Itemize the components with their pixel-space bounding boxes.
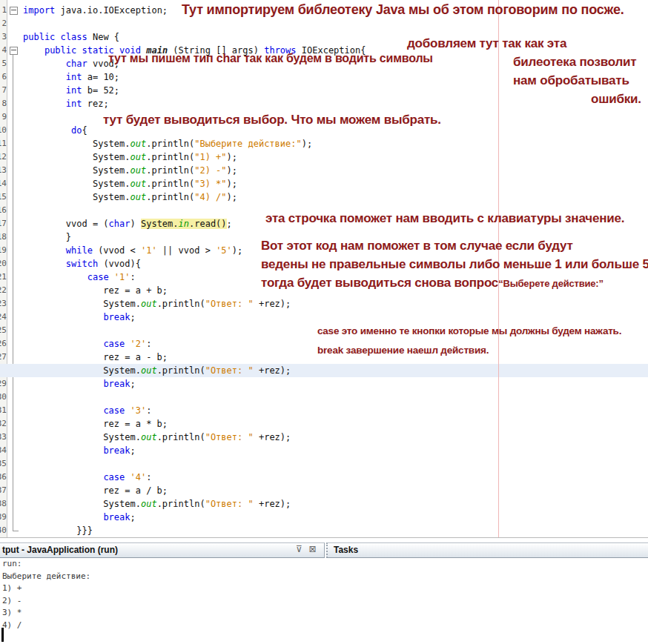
annotation-4: нам обробатывать xyxy=(513,73,629,88)
code-token: System. xyxy=(23,139,130,149)
code-token: int xyxy=(66,72,82,82)
code-token: (vvod < xyxy=(93,245,141,256)
tasks-tab-title: Tasks xyxy=(334,545,358,555)
code-line[interactable]: break; xyxy=(0,377,648,391)
code-line[interactable]: System.out.println("1) +"); xyxy=(0,150,648,164)
output-line: 3) * xyxy=(0,607,648,620)
output-line: Выберите действие: xyxy=(0,571,648,583)
window-dropdown-icon[interactable]: ⊽ xyxy=(294,544,305,555)
code-token xyxy=(109,272,114,282)
code-line[interactable]: break; xyxy=(0,311,648,324)
code-token: '3' xyxy=(130,405,147,416)
code-token: out xyxy=(141,299,157,309)
code-line[interactable] xyxy=(0,457,648,471)
code-line[interactable]: System.out.println("Ответ: " +rez); xyxy=(0,497,648,511)
tasks-tab-header[interactable]: Tasks xyxy=(326,542,648,558)
code-line[interactable]: }}} xyxy=(0,524,648,537)
code-token: int xyxy=(66,99,82,109)
code-token: System. xyxy=(141,219,179,229)
code-token xyxy=(55,32,60,42)
code-line[interactable]: System.out.println("2) -"); xyxy=(0,164,648,177)
code-token: "Ответ: " xyxy=(205,432,254,442)
code-token: ) xyxy=(130,219,141,229)
annotation-6: тут мы пишем тип char так как будем в во… xyxy=(108,52,433,65)
code-line[interactable]: System.out.println("Выберите действие:")… xyxy=(0,137,648,150)
code-token: .println( xyxy=(146,139,194,149)
output-panel: tput - JavaApplication (run) ⊽ ⊠ Tasks r… xyxy=(0,538,648,644)
code-line[interactable]: System.out.println("Ответ: " +rez); xyxy=(0,297,648,311)
code-token: "Ответ: " xyxy=(205,299,254,309)
code-token: '2' xyxy=(130,339,147,349)
code-line[interactable]: rez = a / b; xyxy=(0,484,648,497)
code-token: ); xyxy=(232,245,242,256)
code-line[interactable]: break; xyxy=(0,511,648,524)
code-token: .println( xyxy=(146,152,194,162)
code-token: public xyxy=(44,45,76,56)
code-token: rez = a * b; xyxy=(23,419,168,429)
code-line[interactable]: System.out.println("4) /"); xyxy=(0,190,648,204)
code-line[interactable]: System.out.println("3) *"); xyxy=(0,177,648,190)
code-token: ; xyxy=(130,512,136,522)
code-token: System. xyxy=(23,365,141,376)
code-token xyxy=(23,245,66,256)
code-line[interactable] xyxy=(0,17,648,30)
code-token xyxy=(23,472,103,482)
code-token: .println( xyxy=(157,499,205,509)
code-token: .println( xyxy=(146,165,194,176)
code-token: ; xyxy=(130,379,136,389)
code-token: "4) /" xyxy=(194,192,226,202)
annotation-7: тут будет выводиться выбор. Что мы можем… xyxy=(103,113,441,127)
code-token: { xyxy=(82,125,87,136)
code-line[interactable] xyxy=(0,391,648,404)
code-token: while xyxy=(66,245,93,256)
code-token xyxy=(125,405,130,416)
code-line[interactable]: int rez; xyxy=(0,97,648,110)
code-line[interactable]: System.out.println("Ответ: " +rez); xyxy=(0,431,648,444)
code-token: char xyxy=(66,59,87,69)
output-line: 2) - xyxy=(0,595,648,608)
code-token: class xyxy=(61,32,87,42)
code-token xyxy=(76,45,82,56)
code-line[interactable]: System.out.println("Ответ: " +rez); xyxy=(0,364,648,377)
code-token: .println( xyxy=(157,299,205,309)
code-token: switch xyxy=(66,259,98,269)
code-token: out xyxy=(130,179,147,189)
code-token: case xyxy=(103,472,125,482)
code-token: .println( xyxy=(146,179,194,189)
annotation-1: Тут импортируем библеотеку Java мы об эт… xyxy=(182,2,624,18)
code-token: .println( xyxy=(146,192,194,202)
code-token xyxy=(23,59,66,69)
code-token: ; xyxy=(130,312,136,322)
code-token: '1' xyxy=(141,245,157,256)
code-token: "1) +" xyxy=(194,152,226,162)
output-line: 4) / xyxy=(0,620,648,632)
annotation-9: Вот этот код нам поможет в том случае ес… xyxy=(261,236,648,293)
annotation-8: эта строчка поможет нам вводить с клавиа… xyxy=(265,211,624,226)
code-token: .println( xyxy=(157,432,205,442)
code-token: : xyxy=(146,405,151,416)
code-token: out xyxy=(141,499,157,509)
annotation-10: case это именно те кнопки которые мы дол… xyxy=(317,325,621,336)
code-token: .read() xyxy=(189,219,227,229)
code-token: a= 10; xyxy=(82,72,119,82)
code-token xyxy=(23,99,66,109)
code-line[interactable]: break; xyxy=(0,444,648,457)
code-token: System. xyxy=(23,192,130,202)
float-window-icon[interactable]: ⊠ xyxy=(307,544,318,555)
annotation-11: break завершение наешл действия. xyxy=(317,345,489,356)
code-token: ); xyxy=(302,139,312,149)
code-token: out xyxy=(130,192,147,202)
output-console[interactable]: run:Выберите действие:1) +2) -3) *4) / xyxy=(0,558,648,644)
code-token: "Ответ: " xyxy=(205,499,254,509)
code-line[interactable]: rez = a * b; xyxy=(0,417,648,431)
code-token: break xyxy=(103,379,130,389)
code-token: } xyxy=(23,232,71,242)
code-line[interactable]: case '3': xyxy=(0,404,648,417)
code-line[interactable]: case '4': xyxy=(0,471,648,484)
code-token: System. xyxy=(23,432,141,442)
code-token: b= 52; xyxy=(82,85,119,96)
code-token: "2) -" xyxy=(194,165,226,176)
code-token: System. xyxy=(23,179,130,189)
output-tab-header[interactable]: tput - JavaApplication (run) ⊽ ⊠ xyxy=(0,542,325,558)
code-token xyxy=(23,259,66,269)
